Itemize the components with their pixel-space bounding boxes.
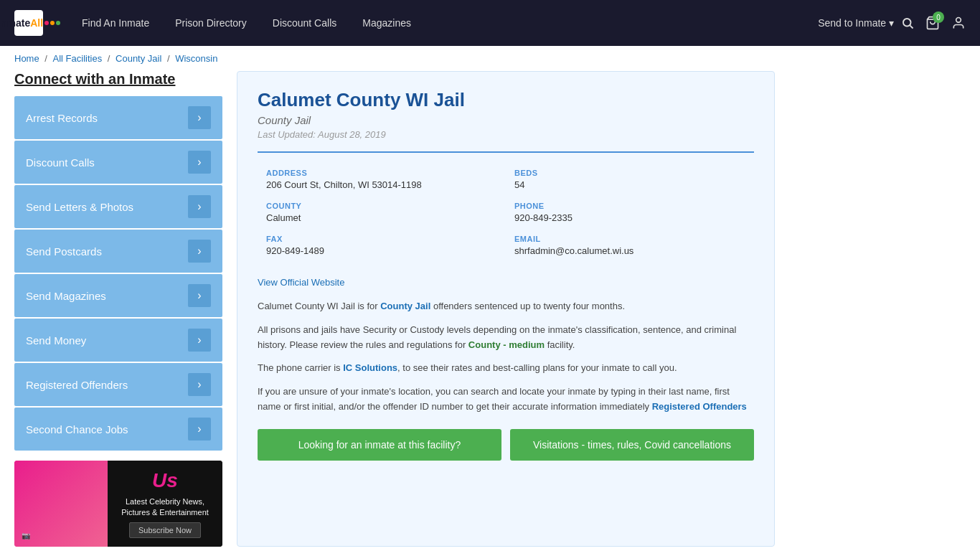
facility-buttons: Looking for an inmate at this facility? … — [258, 429, 754, 461]
breadcrumb-sep-2: / — [108, 53, 113, 64]
sidebar-title: Connect with an Inmate — [14, 71, 222, 88]
desc1-link[interactable]: County Jail — [380, 301, 430, 311]
breadcrumb-all-facilities[interactable]: All Facilities — [53, 53, 103, 64]
ad-text: Latest Celebrity News, Pictures & Entert… — [115, 496, 215, 519]
fax-label: FAX — [266, 235, 497, 243]
facility-type: County Jail — [258, 114, 754, 126]
main-container: Connect with an Inmate Arrest Records › … — [0, 71, 789, 547]
cart-wrapper: 0 — [925, 16, 940, 30]
sidebar-arrow-icon: › — [188, 418, 211, 441]
desc-para-1: Calumet County WI Jail is for County Jai… — [258, 299, 754, 314]
ad-content: Us Latest Celebrity News, Pictures & Ent… — [108, 461, 222, 547]
facility-info-grid: ADDRESS 206 Court St, Chilton, WI 53014-… — [258, 151, 754, 262]
sidebar-item-label: Discount Calls — [26, 156, 95, 169]
desc2-end: facility. — [545, 339, 575, 350]
sidebar-menu: Arrest Records › Discount Calls › Send L… — [14, 96, 222, 451]
ad-image: 📷 — [14, 461, 108, 547]
facility-description: Calumet County WI Jail is for County Jai… — [258, 299, 754, 415]
beds-cell: BEDS 54 — [506, 163, 754, 196]
sidebar-item-send-letters[interactable]: Send Letters & Photos › — [14, 185, 222, 228]
desc-para-4: If you are unsure of your inmate's locat… — [258, 385, 754, 415]
sidebar-arrow-icon: › — [188, 106, 211, 129]
sidebar-arrow-icon: › — [188, 373, 211, 396]
sidebar-item-label: Send Letters & Photos — [26, 201, 133, 213]
sidebar-arrow-icon: › — [188, 240, 211, 263]
facility-card: Calumet County WI Jail County Jail Last … — [237, 71, 775, 547]
ad-logo: Us — [152, 469, 178, 492]
sidebar-item-label: Registered Offenders — [26, 379, 128, 391]
nav-discount-calls[interactable]: Discount Calls — [260, 0, 349, 46]
breadcrumb: Home / All Facilities / County Jail / Wi… — [0, 46, 980, 71]
looking-for-inmate-button[interactable]: Looking for an inmate at this facility? — [258, 429, 501, 461]
breadcrumb-sep-1: / — [44, 53, 50, 64]
email-cell: EMAIL shrfadmin@co.calumet.wi.us — [506, 229, 754, 262]
email-label: EMAIL — [514, 235, 745, 243]
beds-value: 54 — [514, 179, 745, 190]
facility-updated: Last Updated: August 28, 2019 — [258, 129, 754, 140]
search-icon — [901, 17, 914, 29]
county-label: COUNTY — [266, 202, 497, 210]
desc2-link[interactable]: County - medium — [468, 339, 545, 350]
email-value: shrfadmin@co.calumet.wi.us — [514, 245, 745, 256]
user-icon — [951, 16, 966, 30]
desc-para-3: The phone carrier is IC Solutions, to se… — [258, 361, 754, 376]
fax-cell: FAX 920-849-1489 — [258, 229, 506, 262]
breadcrumb-sep-3: / — [167, 53, 172, 64]
phone-label: PHONE — [514, 202, 745, 210]
sidebar-item-label: Send Magazines — [26, 290, 106, 302]
phone-cell: PHONE 920-849-2335 — [506, 196, 754, 229]
desc3-text: The phone carrier is — [258, 362, 343, 373]
address-cell: ADDRESS 206 Court St, Chilton, WI 53014-… — [258, 163, 506, 196]
send-to-inmate-button[interactable]: Send to Inmate ▾ — [811, 0, 901, 46]
cart-badge: 0 — [933, 11, 944, 23]
desc1-text: Calumet County WI Jail is for — [258, 301, 380, 311]
county-value: Calumet — [266, 212, 497, 223]
sidebar-arrow-icon: › — [188, 284, 211, 307]
ad-subscribe-button[interactable]: Subscribe Now — [129, 522, 201, 538]
logo-dot-orange — [50, 21, 55, 25]
sidebar-item-second-chance-jobs[interactable]: Second Chance Jobs › — [14, 408, 222, 451]
sidebar-item-send-postcards[interactable]: Send Postcards › — [14, 230, 222, 273]
desc4-link[interactable]: Registered Offenders — [652, 401, 747, 412]
sidebar-item-send-magazines[interactable]: Send Magazines › — [14, 274, 222, 317]
sidebar-item-label: Send Money — [26, 334, 86, 347]
desc-para-2: All prisons and jails have Security or C… — [258, 323, 754, 353]
nav-prison-directory[interactable]: Prison Directory — [162, 0, 260, 46]
logo-dot-pink — [44, 21, 49, 25]
sidebar-item-arrest-records[interactable]: Arrest Records › — [14, 96, 222, 139]
sidebar-arrow-icon: › — [188, 195, 211, 218]
beds-label: BEDS — [514, 169, 745, 177]
view-website-link[interactable]: View Official Website — [258, 277, 344, 288]
user-button[interactable] — [951, 16, 966, 30]
phone-value: 920-849-2335 — [514, 212, 745, 223]
logo-dot-green — [56, 21, 60, 25]
county-cell: COUNTY Calumet — [258, 196, 506, 229]
sidebar-item-label: Second Chance Jobs — [26, 423, 128, 435]
nav-find-an-inmate[interactable]: Find An Inmate — [69, 0, 162, 46]
search-button[interactable] — [901, 17, 914, 29]
facility-title: Calumet County WI Jail — [258, 89, 754, 111]
nav-magazines[interactable]: Magazines — [349, 0, 424, 46]
desc1-end: offenders sentenced up to twenty four mo… — [430, 301, 625, 311]
sidebar-item-registered-offenders[interactable]: Registered Offenders › — [14, 363, 222, 406]
desc3-link[interactable]: IC Solutions — [343, 362, 397, 373]
sidebar-item-label: Send Postcards — [26, 245, 102, 258]
breadcrumb-county-jail[interactable]: County Jail — [116, 53, 161, 64]
sidebar-arrow-icon: › — [188, 151, 211, 174]
sidebar-item-label: Arrest Records — [26, 112, 98, 124]
logo[interactable]: i nmate All — [14, 10, 47, 36]
fax-value: 920-849-1489 — [266, 245, 497, 256]
ad-banner: 📷 Us Latest Celebrity News, Pictures & E… — [14, 461, 222, 547]
address-value: 206 Court St, Chilton, WI 53014-1198 — [266, 179, 497, 190]
sidebar-item-discount-calls[interactable]: Discount Calls › — [14, 141, 222, 184]
visitations-button[interactable]: Visitations - times, rules, Covid cancel… — [510, 429, 754, 461]
sidebar-item-send-money[interactable]: Send Money › — [14, 319, 222, 362]
sidebar-arrow-icon: › — [188, 329, 211, 352]
sidebar: Connect with an Inmate Arrest Records › … — [14, 71, 222, 547]
svg-point-3 — [956, 18, 961, 23]
svg-point-0 — [903, 19, 911, 27]
breadcrumb-wisconsin[interactable]: Wisconsin — [175, 53, 217, 64]
nav-icons: 0 — [901, 16, 966, 30]
breadcrumb-home[interactable]: Home — [14, 53, 39, 64]
address-label: ADDRESS — [266, 169, 497, 177]
